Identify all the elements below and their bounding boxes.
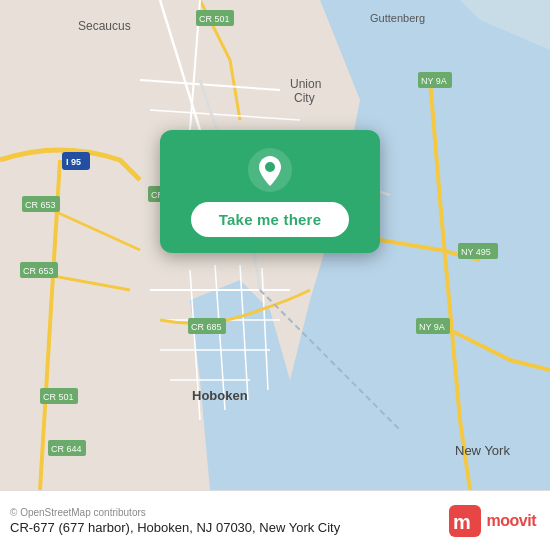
svg-text:City: City: [294, 91, 315, 105]
svg-text:Secaucus: Secaucus: [78, 19, 131, 33]
popup-card: Take me there: [160, 130, 380, 253]
bottom-bar: © OpenStreetMap contributors CR-677 (677…: [0, 490, 550, 550]
attribution-text: © OpenStreetMap contributors: [10, 507, 340, 518]
svg-text:CR 685: CR 685: [191, 322, 222, 332]
location-name: CR-677 (677 harbor), Hoboken, NJ 07030, …: [10, 520, 340, 535]
svg-text:CR 644: CR 644: [51, 444, 82, 454]
svg-text:NY 495: NY 495: [461, 247, 491, 257]
svg-text:NY 9A: NY 9A: [419, 322, 445, 332]
map-container[interactable]: Secaucus Guttenberg Union City Hoboken N…: [0, 0, 550, 490]
moovit-icon: m: [449, 505, 481, 537]
svg-text:m: m: [453, 511, 471, 533]
take-me-there-button[interactable]: Take me there: [191, 202, 349, 237]
svg-text:NY 9A: NY 9A: [421, 76, 447, 86]
svg-text:CR 501: CR 501: [43, 392, 74, 402]
svg-text:New York: New York: [455, 443, 510, 458]
svg-text:CR 653: CR 653: [23, 266, 54, 276]
svg-text:Guttenberg: Guttenberg: [370, 12, 425, 24]
moovit-logo: m moovit: [449, 505, 536, 537]
svg-text:Union: Union: [290, 77, 321, 91]
bottom-left: © OpenStreetMap contributors CR-677 (677…: [10, 507, 340, 535]
svg-text:I 95: I 95: [66, 157, 81, 167]
svg-text:CR 501: CR 501: [199, 14, 230, 24]
moovit-text: moovit: [487, 512, 536, 530]
svg-text:CR 653: CR 653: [25, 200, 56, 210]
svg-text:Hoboken: Hoboken: [192, 388, 248, 403]
location-pin-icon: [248, 148, 292, 192]
svg-point-48: [265, 162, 275, 172]
